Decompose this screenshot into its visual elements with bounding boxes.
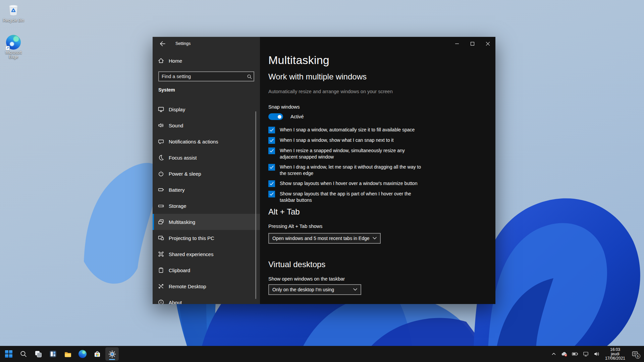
alt-tab-dropdown[interactable]: Open windows and 5 most recent tabs in E… (268, 233, 381, 244)
sidebar-item-power-sleep[interactable]: Power & sleep (153, 166, 260, 182)
sidebar-item-home[interactable]: Home (153, 54, 260, 67)
file-explorer-icon (64, 350, 72, 358)
taskbar-clock[interactable]: 16:03 jeudi 17/06/2021 (603, 348, 627, 361)
checkbox-row-simultaneous-resize[interactable]: When I resize a snapped window, simultan… (268, 147, 423, 160)
action-center-button[interactable]: 5 (629, 348, 641, 360)
widgets-button[interactable] (46, 347, 60, 361)
sidebar-item-label: Storage (169, 203, 186, 209)
file-explorer-button[interactable] (61, 347, 74, 361)
checkbox-label: Show snap layouts that the app is part o… (280, 191, 423, 203)
about-icon (158, 299, 164, 304)
sidebar-item-label: Remote Desktop (169, 284, 206, 289)
toggle-state-label: Activé (290, 114, 304, 119)
power-icon (158, 170, 164, 177)
sidebar-item-sound[interactable]: Sound (153, 117, 260, 133)
checkbox-checked-icon[interactable] (268, 137, 275, 144)
virtual-desktops-dropdown[interactable]: Only on the desktop I'm using (268, 284, 361, 295)
desktop-icon-label: Recycle Bin (3, 18, 24, 23)
shared-experiences-icon (158, 251, 164, 257)
back-button[interactable] (157, 40, 167, 48)
search-box[interactable] (158, 71, 254, 81)
search-input[interactable] (159, 74, 245, 79)
sidebar-item-battery[interactable]: Battery (153, 182, 260, 198)
checkbox-checked-icon[interactable] (268, 164, 275, 171)
task-view-button[interactable] (32, 347, 45, 361)
window-controls (449, 37, 495, 50)
notification-count-badge: 5 (635, 354, 640, 359)
maximize-icon (471, 42, 474, 46)
sidebar-item-label: Multitasking (169, 219, 195, 225)
volume-icon (594, 351, 600, 357)
desktop-icon-microsoft-edge[interactable]: ↗ Microsoft Edge (1, 35, 25, 59)
sound-icon (158, 122, 164, 129)
snap-windows-toggle[interactable] (268, 113, 283, 120)
sidebar-item-about[interactable]: About (153, 294, 260, 304)
checkbox-row-snap-layouts-maximize[interactable]: Show snap layouts when I hover over a wi… (268, 180, 423, 187)
tray-chevron-button[interactable] (549, 349, 558, 359)
checkbox-checked-icon[interactable] (268, 180, 275, 187)
snap-windows-toggle-row: Activé (268, 113, 304, 120)
store-button[interactable] (91, 347, 104, 361)
sidebar-item-storage[interactable]: Storage (153, 198, 260, 214)
checkbox-row-autosize[interactable]: When I snap a window, automatically size… (268, 127, 423, 133)
home-icon (158, 57, 164, 64)
page-title: Multitasking (268, 54, 329, 67)
sidebar-item-focus-assist[interactable]: Focus assist (153, 149, 260, 166)
sidebar-item-display[interactable]: Display (153, 101, 260, 117)
multitasking-icon (158, 219, 164, 225)
close-button[interactable] (480, 37, 495, 50)
settings-gear-icon (108, 350, 116, 358)
checkbox-row-snap-layouts-taskbar[interactable]: Show snap layouts that the app is part o… (268, 191, 423, 203)
battery-icon (158, 186, 164, 193)
checkbox-label: Show snap layouts when I hover over a wi… (280, 180, 417, 187)
sidebar-item-shared-experiences[interactable]: Shared experiences (153, 246, 260, 262)
sidebar-item-remote-desktop[interactable]: Remote Desktop (153, 278, 260, 294)
notifications-icon (158, 138, 164, 145)
virtual-desktops-label: Show open windows on the taskbar (268, 276, 345, 282)
checkbox-row-snap-without-dragging[interactable]: When I drag a window, let me snap it wit… (268, 164, 423, 177)
maximize-button[interactable] (465, 37, 480, 50)
onedrive-tray-button[interactable] (560, 349, 569, 359)
checkbox-checked-icon[interactable] (268, 127, 275, 133)
settings-sidebar: Settings Home System (153, 37, 260, 304)
search-icon (20, 350, 27, 358)
start-button[interactable] (2, 347, 15, 361)
sidebar-item-label: Projecting to this PC (169, 235, 214, 241)
recycle-bin-icon (6, 2, 21, 17)
settings-app-button[interactable] (105, 347, 119, 361)
desktop-icon-recycle-bin[interactable]: Recycle Bin (1, 2, 25, 23)
network-icon (583, 351, 589, 357)
checkbox-checked-icon[interactable] (268, 191, 275, 197)
checkbox-label: When I snap a window, automatically size… (280, 127, 415, 133)
start-icon (5, 350, 12, 358)
minimize-button[interactable] (449, 37, 465, 50)
edge-button[interactable] (76, 347, 89, 361)
sidebar-item-clipboard[interactable]: Clipboard (153, 262, 260, 278)
taskbar-search-button[interactable] (17, 347, 30, 361)
checkbox-label: When I snap a window, show what I can sn… (280, 137, 393, 143)
checkbox-row-show-next[interactable]: When I snap a window, show what I can sn… (268, 137, 423, 144)
sidebar-item-label: Clipboard (169, 267, 190, 273)
sidebar-item-notifications[interactable]: Notifications & actions (153, 133, 260, 149)
clock-time: 16:03 (605, 348, 625, 352)
checkbox-checked-icon[interactable] (268, 147, 275, 154)
close-icon (486, 42, 490, 46)
dropdown-value: Only on the desktop I'm using (272, 287, 334, 292)
shortcut-arrow-icon: ↗ (5, 46, 10, 50)
battery-tray-button[interactable] (571, 349, 580, 359)
volume-tray-button[interactable] (592, 349, 601, 359)
chevron-up-icon (551, 352, 556, 356)
sidebar-scrollbar[interactable] (255, 111, 256, 299)
clock-day: jeudi (605, 352, 625, 356)
chevron-down-icon (373, 237, 377, 240)
back-arrow-icon (160, 41, 165, 46)
sidebar-item-multitasking[interactable]: Multitasking (153, 214, 260, 230)
sidebar-item-projecting[interactable]: Projecting to this PC (153, 230, 260, 246)
sidebar-item-label: Display (169, 107, 185, 112)
onedrive-error-icon (561, 351, 568, 357)
network-tray-button[interactable] (582, 349, 590, 359)
taskbar: 16:03 jeudi 17/06/2021 5 (0, 346, 644, 362)
section-description: Automatically resize and arrange windows… (268, 89, 393, 94)
search-icon[interactable] (245, 74, 254, 79)
dropdown-value: Open windows and 5 most recent tabs in E… (272, 236, 370, 241)
